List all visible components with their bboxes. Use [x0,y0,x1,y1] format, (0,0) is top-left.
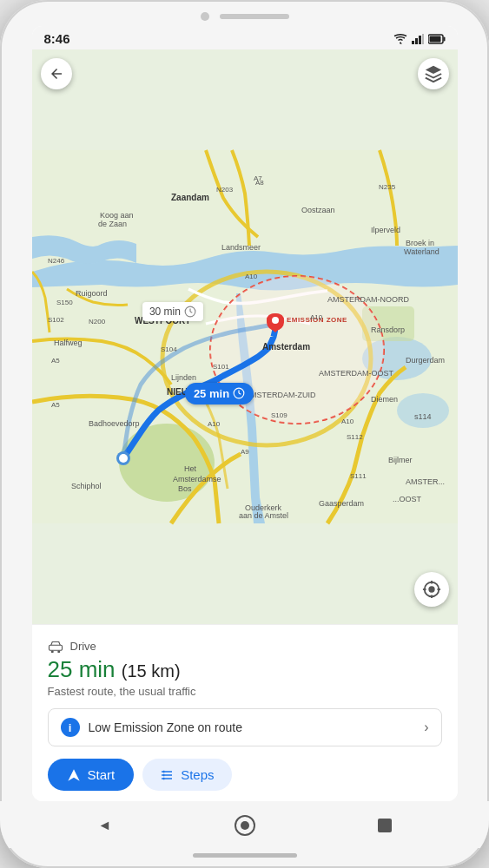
svg-text:Halfweg: Halfweg [54,339,83,347]
status-icons [393,34,446,44]
lez-chevron-icon: › [424,720,428,735]
drive-label-row: Drive [48,639,442,653]
svg-text:A10: A10 [341,418,354,425]
svg-text:Oostzaan: Oostzaan [301,206,335,214]
alt-route-badge: 30 min [142,302,203,321]
svg-rect-7 [429,36,440,42]
route-distance: (15 km) [122,661,181,681]
battery-icon [428,34,446,44]
svg-text:A10: A10 [310,313,323,321]
svg-rect-1 [412,41,414,44]
svg-point-11 [119,424,215,502]
svg-text:A8: A8 [255,179,264,187]
svg-text:AMSTERDAM-OOST: AMSTERDAM-OOST [319,369,394,378]
svg-point-95 [241,821,249,830]
svg-text:S104: S104 [161,345,177,353]
start-button[interactable]: Start [48,759,135,791]
my-location-button[interactable] [414,572,449,607]
main-route-time: 25 min [194,387,229,400]
svg-text:N200: N200 [89,318,106,326]
phone-frame: 8:46 [0,0,489,868]
svg-text:AMSTERDAM-ZUID: AMSTERDAM-ZUID [245,391,316,399]
route-time-display: 25 min (15 km) [48,656,442,683]
svg-text:Zaandam: Zaandam [171,193,209,202]
svg-text:Bijlmer: Bijlmer [388,456,413,464]
svg-text:Badhoevedorp: Badhoevedorp [89,419,140,428]
svg-rect-4 [422,34,424,44]
svg-text:Amsterdamse: Amsterdamse [173,475,221,483]
back-nav-icon: ◄ [98,818,112,833]
svg-text:Schiphol: Schiphol [71,482,102,490]
svg-point-17 [272,317,279,324]
svg-text:Koog aan: Koog aan [100,211,134,220]
svg-text:S112: S112 [347,433,363,441]
steps-icon [160,768,174,782]
svg-rect-6 [443,36,445,41]
drive-text: Drive [70,640,96,653]
action-buttons: Start Steps [48,759,442,791]
svg-text:Landsmeer: Landsmeer [221,243,261,252]
back-button[interactable] [41,58,72,89]
route-description: Fastest route, the usual traffic [48,685,442,698]
status-bar: 8:46 [32,26,458,49]
svg-text:Broek in: Broek in [406,239,434,247]
svg-text:N203: N203 [216,186,234,194]
lez-info-icon: i [61,718,80,737]
steps-label: Steps [181,767,214,782]
svg-text:A5: A5 [51,357,60,365]
svg-text:Ilperveld: Ilperveld [371,226,400,234]
svg-text:...OOST: ...OOST [393,495,422,503]
svg-rect-2 [415,38,418,44]
speaker-grill [220,14,289,19]
lez-banner-text: Low Emission Zone on route [89,720,242,734]
front-camera [201,12,209,21]
nav-bar: ◄ [0,801,489,848]
svg-text:AMSTER...: AMSTER... [406,477,445,486]
screen: 8:46 [32,26,458,801]
signal-icon [412,34,424,44]
svg-text:S102: S102 [48,316,64,324]
map-svg: LOW EMISSION ZONE Zaandam Oostzaan Ilper… [32,49,458,624]
svg-line-81 [190,312,192,312]
svg-text:Durgerdam: Durgerdam [406,356,445,365]
svg-text:A9: A9 [241,448,249,456]
svg-rect-96 [378,819,392,832]
back-nav-button[interactable]: ◄ [89,810,121,841]
lez-banner-left: i Low Emission Zone on route [61,718,242,737]
main-route-badge: 25 min [185,383,254,404]
bottom-panel: Drive 25 min (15 km) Fastest route, the … [32,624,458,801]
svg-text:S150: S150 [56,299,73,306]
svg-text:Ransdorp: Ransdorp [371,326,405,334]
svg-text:de Zaan: de Zaan [98,220,127,228]
svg-text:s114: s114 [414,412,432,421]
svg-rect-3 [419,36,421,44]
svg-point-0 [400,42,401,43]
lez-banner[interactable]: i Low Emission Zone on route › [48,708,442,746]
svg-text:Ruigoord: Ruigoord [76,289,108,298]
svg-line-84 [239,393,241,394]
svg-text:Gaasperdam: Gaasperdam [319,499,364,508]
svg-text:S109: S109 [271,411,287,419]
recents-nav-icon [376,817,393,834]
svg-text:Amsterdam: Amsterdam [262,342,310,352]
svg-point-10 [397,393,449,428]
home-nav-button[interactable] [229,810,261,841]
recents-nav-button[interactable] [369,810,400,841]
svg-text:N246: N246 [48,257,65,265]
map-container: LOW EMISSION ZONE Zaandam Oostzaan Ilper… [32,49,458,624]
start-label: Start [88,767,116,782]
svg-text:aan de Amstel: aan de Amstel [239,511,288,520]
svg-text:Het: Het [184,464,197,473]
svg-point-19 [119,454,128,463]
layers-button[interactable] [418,58,449,89]
steps-button[interactable]: Steps [142,759,231,791]
svg-text:N235: N235 [379,183,396,191]
svg-point-73 [428,586,434,592]
phone-top-bar [0,0,489,26]
navigation-icon [67,768,81,782]
home-nav-icon [234,814,256,837]
status-time: 8:46 [44,31,70,46]
svg-text:A5: A5 [51,401,60,409]
svg-text:Waterland: Waterland [404,247,439,256]
svg-text:A10: A10 [208,420,221,428]
